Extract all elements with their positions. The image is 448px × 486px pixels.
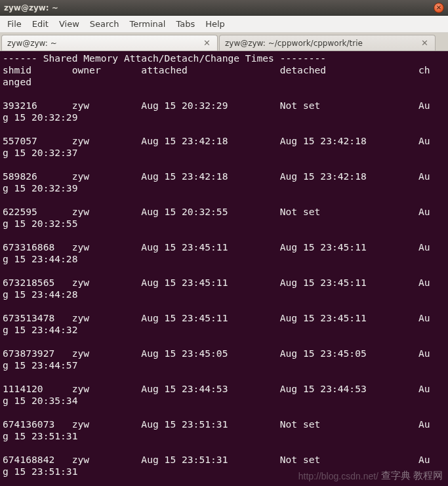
close-icon[interactable]: ✕ — [434, 3, 444, 13]
tab-0[interactable]: zyw@zyw: ~ ✕ — [1, 35, 218, 51]
menu-search[interactable]: Search — [85, 17, 124, 31]
tab-1[interactable]: zyw@zyw: ~/cppwork/cppwork/trie ✕ — [219, 35, 436, 51]
tab-label: zyw@zyw: ~ — [7, 39, 202, 48]
close-icon[interactable]: ✕ — [420, 38, 430, 48]
tab-label: zyw@zyw: ~/cppwork/cppwork/trie — [225, 39, 420, 48]
tabbar: zyw@zyw: ~ ✕ zyw@zyw: ~/cppwork/cppwork/… — [0, 33, 448, 51]
menu-view[interactable]: View — [54, 17, 84, 31]
menu-tabs[interactable]: Tabs — [171, 17, 199, 31]
menu-file[interactable]: File — [3, 17, 26, 31]
menu-terminal[interactable]: Terminal — [125, 17, 170, 31]
terminal-window: zyw@zyw: ~ ✕ File Edit View Search Termi… — [0, 0, 448, 486]
terminal-output[interactable]: ------ Shared Memory Attach/Detach/Chang… — [0, 51, 448, 486]
window-title: zyw@zyw: ~ — [4, 3, 434, 12]
menu-edit[interactable]: Edit — [28, 17, 53, 31]
menubar: File Edit View Search Terminal Tabs Help — [0, 16, 448, 33]
menu-help[interactable]: Help — [201, 17, 230, 31]
close-icon[interactable]: ✕ — [202, 38, 212, 48]
window-titlebar: zyw@zyw: ~ ✕ — [0, 0, 448, 16]
